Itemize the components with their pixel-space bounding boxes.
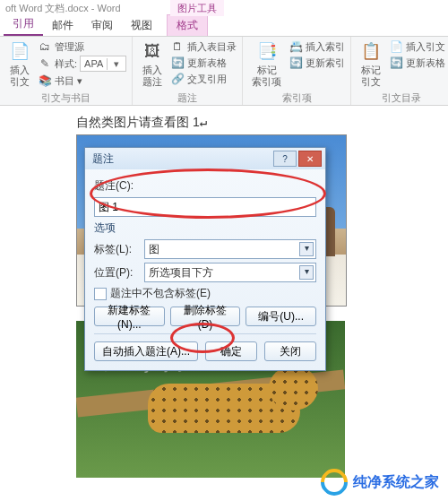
mark-index-entry-button[interactable]: 📑 标记 索引项 xyxy=(248,39,285,90)
label-select-value: 图 xyxy=(149,242,159,257)
checkbox-box xyxy=(94,288,107,300)
markindex-icon: 📑 xyxy=(256,41,278,63)
insert-index-button[interactable]: 📇插入索引 xyxy=(289,39,345,54)
dialog-title: 题注 xyxy=(92,151,114,167)
mark-index-entry-label: 标记 索引项 xyxy=(252,65,281,88)
label-field-label: 标签(L): xyxy=(94,242,141,257)
updateindex-icon: 🔄 xyxy=(289,56,303,70)
group-authorities: 📋 标记引文 📄插入引文 🔄更新表格 引文目录 xyxy=(351,37,448,105)
crossref-icon: 🔗 xyxy=(170,72,185,86)
mark-citation-label: 标记引文 xyxy=(360,65,382,88)
caption-text-in-doc: 自然类图片请查看图 1 xyxy=(76,115,200,129)
bibliography-button[interactable]: 📚书目▾ xyxy=(38,73,126,88)
citation-style-combo[interactable]: APA▾ xyxy=(80,56,126,72)
position-select-value: 所选项目下方 xyxy=(149,265,213,281)
citation-style-row[interactable]: ✎样式: APA▾ xyxy=(38,56,126,72)
tab-review[interactable]: 审阅 xyxy=(82,15,122,36)
numbering-button[interactable]: 编号(U)... xyxy=(246,307,316,326)
exclude-label-checkbox[interactable]: 题注中不包含标签(E) xyxy=(94,286,316,301)
insert-caption-button[interactable]: 🖼 插入题注 xyxy=(138,39,167,90)
insert-citation-button[interactable]: 📄 插入引文 xyxy=(5,39,34,90)
title-bar: oft Word 文档.docx - Word xyxy=(0,0,448,16)
group-captions: 🖼 插入题注 🗒插入表目录 🔄更新表格 🔗交叉引用 题注 xyxy=(133,37,243,105)
exclude-label-text: 题注中不包含标签(E) xyxy=(110,286,211,301)
group-index-label: 索引项 xyxy=(248,90,345,105)
citation-icon: 📄 xyxy=(9,41,30,63)
delete-label-button[interactable]: 删除标签(D) xyxy=(170,307,241,326)
logo-ring-icon xyxy=(315,463,353,501)
update-authorities-button[interactable]: 🔄更新表格 xyxy=(389,56,445,70)
leopard-shape xyxy=(139,357,318,455)
insertauth-icon: 📄 xyxy=(389,39,403,54)
new-label-button[interactable]: 新建标签(N)... xyxy=(94,307,165,326)
manage-sources-button[interactable]: 🗂管理源 xyxy=(38,39,126,54)
group-authorities-label: 引文目录 xyxy=(357,90,445,105)
insertindex-icon: 📇 xyxy=(289,39,303,54)
caption-input[interactable] xyxy=(94,197,316,217)
biblio-icon: 📚 xyxy=(38,73,52,88)
tof-icon: 🗒 xyxy=(170,39,185,54)
label-select[interactable]: 图 ▾ xyxy=(144,239,316,259)
contextual-tool-label: 图片工具 xyxy=(170,0,224,16)
footer-logo: 纯净系统之家 xyxy=(321,469,439,496)
group-captions-label: 题注 xyxy=(138,90,237,105)
dialog-help-button[interactable]: ? xyxy=(273,151,297,167)
style-icon: ✎ xyxy=(38,56,52,71)
insert-authorities-button[interactable]: 📄插入引文 xyxy=(389,39,445,54)
ok-button[interactable]: 确定 xyxy=(205,341,257,361)
ribbon-tabs: 引用 邮件 审阅 视图 格式 xyxy=(0,16,448,37)
dialog-titlebar[interactable]: 题注 ? ✕ xyxy=(85,148,325,169)
footer-logo-text: 纯净系统之家 xyxy=(353,473,439,492)
insert-citation-label: 插入引文 xyxy=(9,65,30,88)
markcite-icon: 📋 xyxy=(360,41,382,63)
caption-field-label: 题注(C): xyxy=(94,178,134,194)
ribbon: 📄 插入引文 🗂管理源 ✎样式: APA▾ 📚书目▾ 引文与书目 🖼 插入题注 … xyxy=(0,37,448,106)
chevron-down-icon: ▾ xyxy=(299,242,314,256)
group-citations: 📄 插入引文 🗂管理源 ✎样式: APA▾ 📚书目▾ 引文与书目 xyxy=(0,37,133,105)
group-index: 📑 标记 索引项 📇插入索引 🔄更新索引 索引项 xyxy=(243,37,351,105)
position-select[interactable]: 所选项目下方 ▾ xyxy=(144,263,316,282)
manage-icon: 🗂 xyxy=(38,39,52,54)
autocaption-button[interactable]: 自动插入题注(A)... xyxy=(94,341,198,361)
insert-caption-label: 插入题注 xyxy=(142,65,163,88)
tab-mailings[interactable]: 邮件 xyxy=(43,15,82,36)
dialog-close-button[interactable]: ✕ xyxy=(298,151,322,167)
chevron-down-icon: ▾ xyxy=(107,58,125,70)
update-icon: 🔄 xyxy=(170,56,185,70)
position-field-label: 位置(P): xyxy=(94,265,141,281)
close-button[interactable]: 关闭 xyxy=(264,341,316,361)
tab-view[interactable]: 视图 xyxy=(122,15,161,36)
mark-citation-button[interactable]: 📋 标记引文 xyxy=(357,39,385,90)
insert-table-of-figures-button[interactable]: 🗒插入表目录 xyxy=(170,39,237,54)
group-citations-label: 引文与书目 xyxy=(5,90,126,105)
updateauth-icon: 🔄 xyxy=(389,56,403,70)
tab-picture-format[interactable]: 格式 xyxy=(167,14,208,36)
caption-dialog: 题注 ? ✕ 题注(C): 选项 标签(L): 图 ▾ 位置(P): 所选项目下… xyxy=(84,147,326,371)
tab-references[interactable]: 引用 xyxy=(4,13,43,36)
cross-reference-button[interactable]: 🔗交叉引用 xyxy=(170,72,237,86)
options-section-label: 选项 xyxy=(94,220,316,236)
update-index-button[interactable]: 🔄更新索引 xyxy=(289,56,345,70)
chevron-down-icon: ▾ xyxy=(299,265,314,280)
caption-icon: 🖼 xyxy=(142,41,163,63)
update-table-button[interactable]: 🔄更新表格 xyxy=(170,56,237,70)
chevron-down-icon: ▾ xyxy=(77,75,82,87)
